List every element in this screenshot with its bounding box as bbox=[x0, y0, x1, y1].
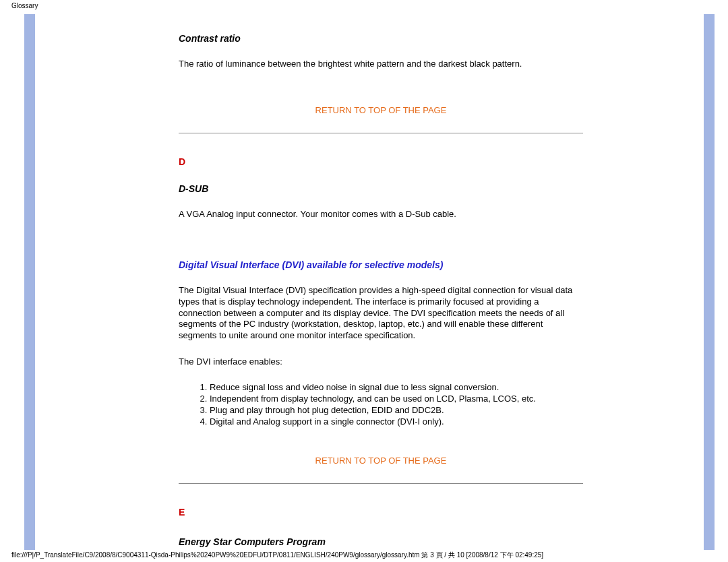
return-to-top-link[interactable]: RETURN TO TOP OF THE PAGE bbox=[179, 456, 583, 466]
list-item: Digital and Analog support in a single c… bbox=[210, 416, 583, 427]
section-heading-contrast-ratio: Contrast ratio bbox=[179, 33, 583, 44]
section-body-dvi: The Digital Visual Interface (DVI) speci… bbox=[179, 285, 583, 342]
list-item: Independent from display technology, and… bbox=[210, 393, 583, 404]
page-header-title: Glossary bbox=[11, 2, 38, 9]
footer-file-path: file:///P|/P_TranslateFile/C9/2008/8/C90… bbox=[11, 551, 543, 560]
section-heading-dsub: D-SUB bbox=[179, 183, 583, 194]
list-item: Reduce signal loss and video noise in si… bbox=[210, 381, 583, 393]
divider bbox=[179, 483, 583, 484]
section-heading-dvi: Digital Visual Interface (DVI) available… bbox=[179, 259, 583, 270]
return-to-top-link[interactable]: RETURN TO TOP OF THE PAGE bbox=[179, 105, 583, 115]
right-decorative-stripe bbox=[704, 14, 715, 550]
dvi-feature-list: Reduce signal loss and video noise in si… bbox=[179, 381, 583, 427]
left-decorative-stripe bbox=[24, 14, 35, 550]
list-item: Plug and play through hot plug detection… bbox=[210, 404, 583, 416]
letter-heading-e: E bbox=[179, 507, 583, 518]
list-intro-dvi: The DVI interface enables: bbox=[179, 356, 583, 367]
section-heading-energy-star: Energy Star Computers Program bbox=[179, 536, 583, 547]
section-body-dsub: A VGA Analog input connector. Your monit… bbox=[179, 209, 583, 220]
divider bbox=[179, 133, 583, 133]
main-content: Contrast ratio The ratio of luminance be… bbox=[179, 14, 583, 562]
section-body-contrast-ratio: The ratio of luminance between the brigh… bbox=[179, 59, 583, 70]
letter-heading-d: D bbox=[179, 156, 583, 167]
